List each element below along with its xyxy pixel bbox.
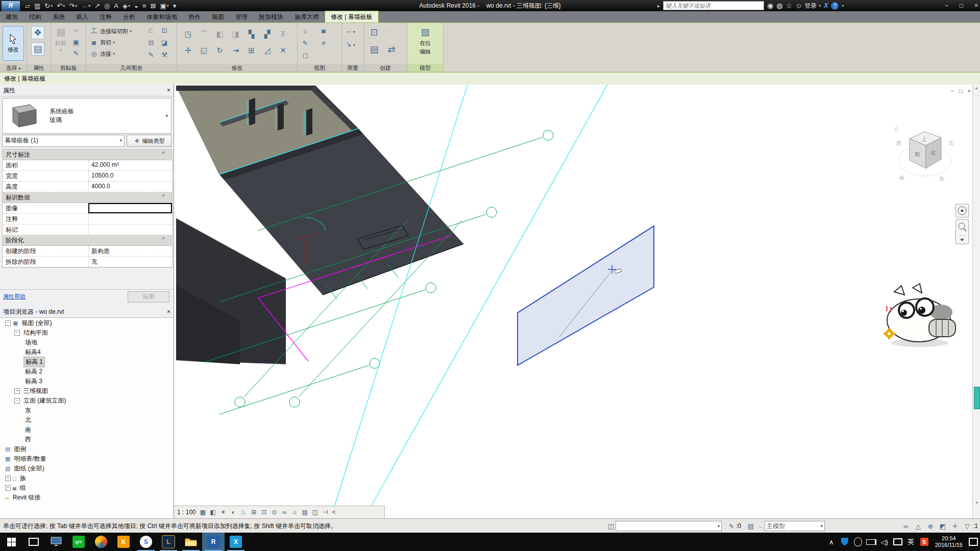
revit-app[interactable]: R	[202, 533, 225, 551]
file-explorer-app[interactable]	[180, 533, 202, 551]
infocenter-collapse-icon[interactable]: ▸	[657, 3, 660, 9]
project-browser-close-icon[interactable]: ×	[167, 306, 170, 317]
property-row[interactable]: 创建的阶段 新构造	[3, 246, 172, 257]
select-underlay-icon[interactable]: △	[914, 521, 923, 531]
select-pinned-icon[interactable]: ⊕	[926, 521, 935, 531]
create-similar-icon[interactable]: ⇄	[385, 43, 398, 56]
drag-on-selection-icon[interactable]: ✛	[950, 521, 960, 531]
measure-between-refs-icon[interactable]: ↔▾	[344, 26, 355, 35]
crop-view-icon[interactable]: ⊞	[250, 508, 258, 517]
workset-combo[interactable]: ▾	[616, 521, 722, 531]
viewbar-expand-icon[interactable]: <	[332, 509, 336, 516]
create-group-icon[interactable]: ▤	[368, 43, 380, 56]
search-input[interactable]	[663, 1, 764, 10]
search-icon[interactable]: ◉	[767, 2, 773, 10]
ribbon-tab[interactable]: 族库大师	[289, 11, 325, 22]
cut-icon[interactable]: ✂	[71, 26, 81, 35]
rotate-icon[interactable]: ↻	[212, 42, 228, 59]
sun-path-icon[interactable]: ☀	[219, 508, 228, 517]
customize-qat-icon[interactable]: ▾	[172, 1, 178, 11]
visual-style-icon[interactable]: ◧	[209, 508, 217, 517]
ribbon-tab[interactable]: 协作	[183, 11, 206, 22]
ribbon-tab[interactable]: 体量和场地	[141, 11, 183, 22]
editable-only-icon[interactable]: ✎	[727, 521, 736, 531]
tree-item[interactable]: 场地	[0, 338, 174, 347]
property-row[interactable]: 标识数据 ^	[3, 192, 172, 203]
mirror-pick-axis-icon[interactable]: ◧	[212, 26, 228, 42]
create-parts-icon[interactable]: ⊡	[368, 26, 380, 38]
property-row[interactable]: 尺寸标注 ^	[3, 149, 172, 160]
render-icon[interactable]: ◙	[319, 26, 328, 35]
drawing-area[interactable]: 北 东 南 西 上 前 右 ⌂	[174, 85, 980, 518]
text-icon[interactable]: A	[112, 1, 120, 11]
split-element-icon[interactable]: ▚	[243, 26, 259, 42]
linework-icon[interactable]: ≡	[319, 38, 328, 47]
tree-item[interactable]: − 结构平面	[0, 328, 174, 338]
switch-windows-icon[interactable]: ▣▾	[158, 1, 170, 11]
worksets-icon[interactable]: ◫	[606, 521, 616, 531]
split-with-gap-icon[interactable]: ▞	[259, 26, 275, 42]
displace-elements-icon[interactable]: ◻	[301, 51, 310, 60]
property-row[interactable]: 标记	[3, 224, 172, 235]
tree-item[interactable]: 南	[0, 425, 174, 435]
align-icon[interactable]: ◳	[180, 26, 196, 42]
tree-item[interactable]: + ◙ 组	[0, 483, 174, 493]
temporary-view-properties-icon[interactable]: ▤	[301, 508, 309, 517]
tree-item[interactable]: + □ 族	[0, 473, 174, 483]
aligned-dimension-icon[interactable]: ↔▾	[80, 1, 92, 11]
edit-type-button[interactable]: ❖编辑类型	[127, 135, 172, 147]
hide-elements-icon[interactable]: ☼	[301, 26, 310, 35]
help-dropdown-icon[interactable]: ▾	[842, 4, 844, 8]
join-button[interactable]: ◎连接▾	[89, 48, 132, 59]
ribbon-tab[interactable]: 建筑	[0, 11, 23, 22]
tree-expander-icon[interactable]: −	[5, 320, 11, 326]
sogou-input-tray-icon[interactable]: S	[918, 533, 931, 551]
restore-button[interactable]: □	[960, 2, 963, 9]
locked-3d-view-icon[interactable]: ⊙	[270, 508, 279, 517]
tree-item[interactable]: − 立面 (建筑立面)	[0, 396, 174, 406]
unjoin-icon[interactable]: ⊟	[146, 38, 156, 47]
ribbon-tab-modify-curtain-panel[interactable]: 修改 | 幕墙嵌板	[325, 11, 379, 22]
edit-in-place-button[interactable]: ▨ 在位编辑	[413, 26, 437, 56]
scale-control[interactable]: 1 : 100	[177, 509, 196, 516]
ribbon-tab[interactable]: 分析	[117, 11, 141, 22]
show-crop-region-icon[interactable]: ⊡	[260, 508, 268, 517]
volume-tray-icon[interactable]: ◁)	[878, 533, 891, 551]
copy-icon[interactable]: ▣	[71, 37, 81, 46]
iqiyi-app[interactable]: QIY	[67, 533, 90, 551]
xz-app[interactable]: X	[225, 533, 247, 551]
sign-in-button[interactable]: ☺登录▾	[795, 2, 821, 10]
property-row[interactable]: 拆除的阶段 无	[3, 257, 172, 267]
tree-item[interactable]: + 三维视图	[0, 386, 174, 396]
exchange-apps-icon[interactable]: X	[824, 2, 828, 9]
favorites-icon[interactable]: ☆	[786, 2, 792, 10]
save-icon[interactable]: ▥	[33, 1, 42, 11]
tree-item[interactable]: ∞ Revit 链接	[0, 493, 174, 503]
trim-extend-icon[interactable]: ⇥	[228, 42, 243, 59]
scale-icon[interactable]: ◿	[259, 42, 275, 59]
cut-button[interactable]: ◙剪切▾	[89, 37, 132, 48]
open-icon[interactable]: ▱	[23, 1, 32, 11]
tag-icon[interactable]: ◎	[103, 1, 111, 11]
unpin-icon[interactable]: ⊼	[275, 26, 291, 42]
tree-item[interactable]: 东	[0, 406, 174, 415]
design-options-icon[interactable]: ▤	[746, 521, 755, 531]
reveal-constraints-icon[interactable]: ⊣	[321, 508, 330, 517]
view-close-icon[interactable]: ×	[968, 88, 971, 94]
tree-item[interactable]: ▧ 图纸 (全部)	[0, 464, 174, 473]
properties-help-link[interactable]: 属性帮助	[3, 293, 26, 300]
element-filter-combo[interactable]: 幕墙嵌板 (1)▾	[2, 135, 125, 147]
properties-palette-icon[interactable]: ▤	[31, 42, 44, 56]
property-row[interactable]: 图像	[3, 203, 172, 214]
application-menu-button[interactable]: R	[1, 1, 20, 12]
modify-button[interactable]: 修改	[3, 26, 24, 61]
tree-item[interactable]: ▦ 明细表/数量	[0, 454, 174, 464]
measure-along-element-icon[interactable]: ↘▾	[344, 39, 355, 48]
task-view-button[interactable]	[22, 533, 45, 551]
override-graphics-icon[interactable]: ✎	[301, 38, 310, 47]
property-row[interactable]: 面积 42.000 m²	[3, 160, 172, 171]
design-option-combo[interactable]: 主模型▾	[765, 521, 825, 531]
antivirus-tray-icon[interactable]	[838, 533, 851, 551]
tree-expander-icon[interactable]: +	[5, 485, 11, 491]
tree-expander-icon[interactable]: +	[5, 475, 11, 481]
